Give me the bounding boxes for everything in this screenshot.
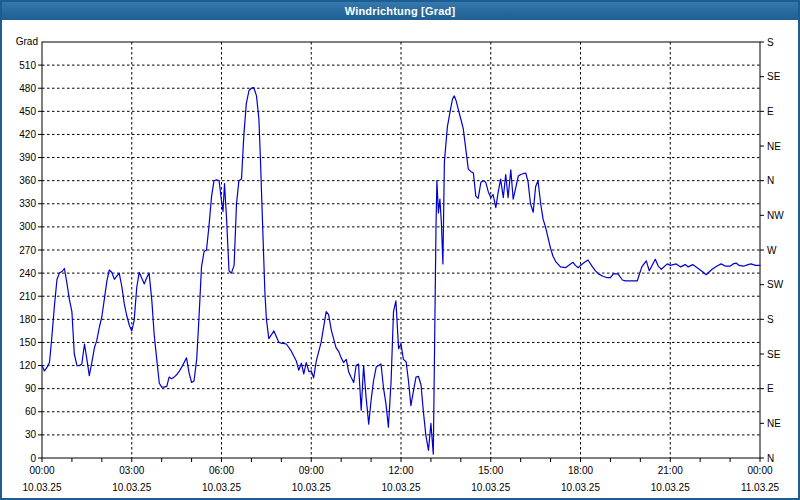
x-tick-date-label: 11.03.25 bbox=[741, 482, 780, 493]
x-tick-date-label: 10.03.25 bbox=[23, 482, 62, 493]
compass-label: S bbox=[767, 314, 774, 325]
chart-window: Windrichtung [Grad] 03060901201501802102… bbox=[0, 0, 800, 500]
compass-label: N bbox=[767, 175, 774, 186]
y-axis-title: Grad bbox=[16, 36, 38, 47]
x-tick-time-label: 12:00 bbox=[388, 465, 413, 476]
y-tick-label: 480 bbox=[19, 83, 36, 94]
y-tick-label: 30 bbox=[25, 429, 37, 440]
x-tick-date-label: 10.03.25 bbox=[112, 482, 151, 493]
x-tick-date-label: 10.03.25 bbox=[561, 482, 600, 493]
y-tick-label: 180 bbox=[19, 314, 36, 325]
x-tick-time-label: 00:00 bbox=[747, 465, 772, 476]
x-tick-time-label: 21:00 bbox=[658, 465, 683, 476]
y-tick-label: 510 bbox=[19, 60, 36, 71]
compass-label: SE bbox=[767, 349, 781, 360]
compass-label: E bbox=[767, 106, 774, 117]
compass-label: NW bbox=[767, 210, 784, 221]
compass-label: NE bbox=[767, 418, 781, 429]
y-tick-label: 450 bbox=[19, 106, 36, 117]
x-tick-time-label: 00:00 bbox=[29, 465, 54, 476]
compass-label: W bbox=[767, 245, 777, 256]
y-tick-label: 120 bbox=[19, 360, 36, 371]
y-tick-label: 390 bbox=[19, 152, 36, 163]
y-tick-label: 210 bbox=[19, 291, 36, 302]
y-tick-label: 360 bbox=[19, 175, 36, 186]
x-tick-date-label: 10.03.25 bbox=[471, 482, 510, 493]
x-tick-date-label: 10.03.25 bbox=[292, 482, 331, 493]
chart-area: 0306090120150180210240270300330360390420… bbox=[2, 20, 798, 498]
window-title-bar: Windrichtung [Grad] bbox=[2, 2, 798, 20]
x-tick-time-label: 15:00 bbox=[478, 465, 503, 476]
y-tick-label: 0 bbox=[30, 453, 36, 464]
y-tick-label: 60 bbox=[25, 406, 37, 417]
compass-label: NE bbox=[767, 141, 781, 152]
window-title: Windrichtung [Grad] bbox=[345, 5, 456, 17]
compass-label: E bbox=[767, 383, 774, 394]
x-tick-time-label: 03:00 bbox=[119, 465, 144, 476]
y-tick-label: 270 bbox=[19, 245, 36, 256]
compass-label: SE bbox=[767, 71, 781, 82]
y-tick-label: 330 bbox=[19, 198, 36, 209]
x-tick-date-label: 10.03.25 bbox=[651, 482, 690, 493]
wind-direction-chart: 0306090120150180210240270300330360390420… bbox=[2, 20, 798, 498]
x-tick-time-label: 06:00 bbox=[209, 465, 234, 476]
x-tick-time-label: 09:00 bbox=[299, 465, 324, 476]
x-tick-date-label: 10.03.25 bbox=[202, 482, 241, 493]
y-tick-label: 240 bbox=[19, 268, 36, 279]
y-tick-label: 90 bbox=[25, 383, 37, 394]
compass-label: SW bbox=[767, 279, 784, 290]
y-tick-label: 420 bbox=[19, 129, 36, 140]
compass-label: S bbox=[767, 37, 774, 48]
y-tick-label: 150 bbox=[19, 337, 36, 348]
y-tick-label: 300 bbox=[19, 221, 36, 232]
x-tick-date-label: 10.03.25 bbox=[382, 482, 421, 493]
x-tick-time-label: 18:00 bbox=[568, 465, 593, 476]
compass-label: N bbox=[767, 453, 774, 464]
